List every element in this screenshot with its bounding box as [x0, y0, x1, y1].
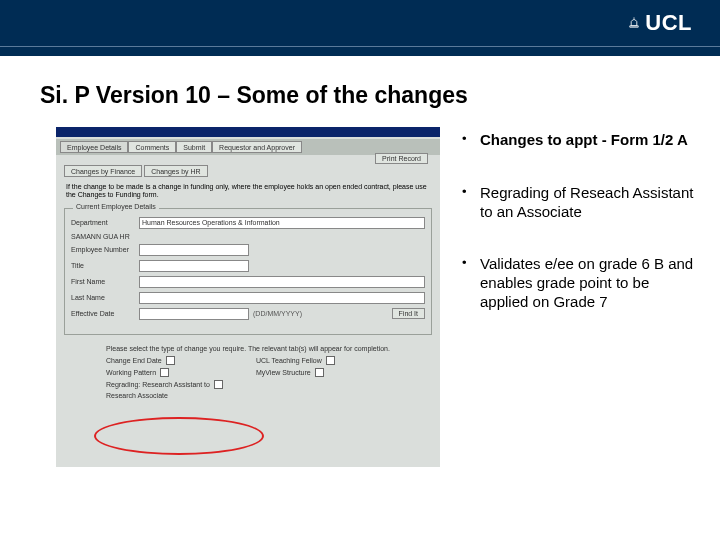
bullet-marker: •: [462, 255, 480, 311]
input-title[interactable]: [139, 260, 249, 272]
fieldset-current-employee: Current Employee Details Department Huma…: [64, 208, 432, 335]
label-department: Department: [71, 219, 139, 226]
bullet-text-3: Validates e/ee on grade 6 B and enables …: [480, 255, 698, 311]
form-note: If the change to be made is a change in …: [66, 183, 430, 200]
checkbox-enddate[interactable]: [166, 356, 175, 365]
label-title: Title: [71, 262, 139, 269]
effective-hint: (DD/MM/YYYY): [253, 310, 302, 317]
dome-icon: [627, 16, 641, 30]
form-prompt: Please select the type of change you req…: [64, 345, 432, 352]
bullet-list: • Changes to appt - Form 1/2 A • Regradi…: [462, 127, 698, 467]
check-label-myview: MyView Structure: [256, 369, 311, 376]
window-titlebar: [56, 127, 440, 137]
check-label-working: Working Pattern: [106, 369, 156, 376]
content: Employee Details Comments Submit Request…: [0, 109, 720, 467]
tab-submit[interactable]: Submit: [176, 141, 212, 153]
input-first[interactable]: [139, 276, 425, 288]
input-last[interactable]: [139, 292, 425, 304]
bullet-text-1: Changes to appt - Form 1/2 A: [480, 131, 698, 150]
page-title: Si. P Version 10 – Some of the changes: [0, 56, 720, 109]
ucl-logo: UCL: [627, 10, 692, 36]
tab-requestor[interactable]: Requestor and Approver: [212, 141, 302, 153]
checkbox-working[interactable]: [160, 368, 169, 377]
header-bar: UCL: [0, 0, 720, 56]
logo-text: UCL: [645, 10, 692, 36]
checkbox-regrading[interactable]: [214, 380, 223, 389]
form-screenshot: Employee Details Comments Submit Request…: [56, 127, 440, 467]
check-label-enddate: Change End Date: [106, 357, 162, 364]
bullet-marker: •: [462, 131, 480, 150]
bullet-item-1: • Changes to appt - Form 1/2 A: [462, 131, 698, 150]
check-label-associate: Research Associate: [106, 392, 168, 399]
find-button[interactable]: Find It: [392, 308, 425, 319]
bullet-item-3: • Validates e/ee on grade 6 B and enable…: [462, 255, 698, 311]
tab-comments[interactable]: Comments: [128, 141, 176, 153]
input-empno[interactable]: [139, 244, 249, 256]
label-last: Last Name: [71, 294, 139, 301]
label-upi: SAMANN GUA HR: [71, 233, 139, 240]
sub-tabs: Changes by Finance Changes by HR: [64, 165, 440, 177]
highlight-oval: [94, 417, 264, 455]
check-label-regrading: Regrading: Research Assistant to: [106, 381, 210, 388]
tab-employee-details[interactable]: Employee Details: [60, 141, 128, 153]
checkbox-teaching[interactable]: [326, 356, 335, 365]
label-effective: Effective Date: [71, 310, 139, 317]
label-empno: Employee Number: [71, 246, 139, 253]
fieldset-legend: Current Employee Details: [73, 203, 159, 210]
bullet-marker: •: [462, 184, 480, 222]
checkbox-grid: Change End Date UCL Teaching Fellow Work…: [106, 356, 420, 399]
input-department[interactable]: Human Resources Operations & Information: [139, 217, 425, 229]
tab-changes-finance[interactable]: Changes by Finance: [64, 165, 142, 177]
bullet-text-2: Regrading of Reseach Assistant to an Ass…: [480, 184, 698, 222]
input-effective[interactable]: [139, 308, 249, 320]
bullet-item-2: • Regrading of Reseach Assistant to an A…: [462, 184, 698, 222]
label-first: First Name: [71, 278, 139, 285]
print-button[interactable]: Print Record: [375, 153, 428, 164]
check-label-teaching: UCL Teaching Fellow: [256, 357, 322, 364]
checkbox-myview[interactable]: [315, 368, 324, 377]
tab-changes-hr[interactable]: Changes by HR: [144, 165, 207, 177]
